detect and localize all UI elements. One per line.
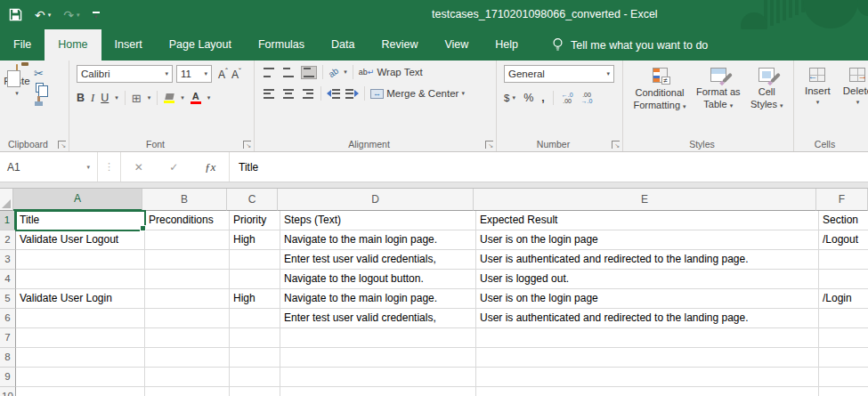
cell-F8[interactable] [819,348,868,368]
fill-color-icon[interactable] [164,93,174,103]
cell-E4[interactable]: User is logged out. [476,270,819,289]
row-header-5[interactable]: 5 [0,289,16,309]
column-header-c[interactable]: C [227,189,278,211]
cell-C7[interactable] [230,328,280,348]
cell-C1[interactable]: Priority [230,211,280,230]
align-center-icon[interactable] [281,88,296,100]
copy-button[interactable]: ▾ [34,83,47,93]
increase-decimal-icon[interactable]: ←.0.00 [562,92,573,104]
cell-B1[interactable]: Preconditions [145,211,230,230]
cell-F4[interactable] [819,270,868,289]
borders-icon[interactable]: ⊞ [132,93,142,104]
cell-F5[interactable]: /Login [819,289,868,309]
bold-button[interactable]: B [77,92,85,104]
align-right-icon[interactable] [301,88,315,100]
undo-button[interactable]: ↶▾ [35,8,51,22]
tab-review[interactable]: Review [368,29,431,61]
cell-A9[interactable] [16,368,145,387]
font-size-combo[interactable]: 11▾ [176,65,212,83]
cell-F2[interactable]: /Logout [819,230,868,250]
comma-button[interactable]: , [541,92,544,104]
number-format-combo[interactable]: General▾ [504,65,614,83]
cell-E3[interactable]: User is authenticated and redirected to … [476,250,819,270]
cell-D7[interactable] [280,328,476,348]
cell-A8[interactable] [16,348,145,368]
undo-dropdown-icon[interactable]: ▾ [48,12,52,19]
cell-D6[interactable]: Enter test user valid credentials, [280,309,476,328]
bottom-align-icon[interactable] [301,66,317,79]
currency-button[interactable]: $ ▾ [504,93,515,103]
cell-C8[interactable] [230,348,280,368]
cell-A7[interactable] [16,328,145,348]
cell-B10[interactable] [145,387,230,396]
cell-F7[interactable] [819,328,868,348]
orientation-icon[interactable]: ab [327,65,340,78]
row-header-8[interactable]: 8 [0,348,16,368]
paste-button[interactable]: Paste ▾ [0,65,34,97]
cell-C9[interactable] [230,368,280,387]
save-icon[interactable] [9,8,22,21]
cell-A4[interactable] [16,270,145,289]
increase-indent-icon[interactable] [345,89,359,99]
cell-B2[interactable] [145,230,230,250]
row-header-1[interactable]: 1 [0,211,16,230]
row-header-4[interactable]: 4 [0,270,16,289]
cell-D2[interactable]: Navigate to the main login page. [280,230,476,250]
row-header-10[interactable]: 10 [0,387,16,396]
cell-F10[interactable] [819,387,868,396]
cell-D8[interactable] [280,348,476,368]
cell-A2[interactable]: Validate User Logout [16,230,145,250]
align-left-icon[interactable] [262,88,276,100]
cell-B3[interactable] [145,250,230,270]
column-header-a[interactable]: A [13,189,142,211]
alignment-dialog-launcher-icon[interactable]: ↘ [485,141,493,149]
percent-button[interactable]: % [523,92,533,104]
cell-D5[interactable]: Navigate to the main login page. [280,289,476,309]
row-header-3[interactable]: 3 [0,250,16,270]
cell-F9[interactable] [819,368,868,387]
clipboard-dialog-launcher-icon[interactable]: ↘ [58,141,66,149]
cell-F6[interactable] [819,309,868,328]
cell-B7[interactable] [145,328,230,348]
name-box[interactable]: A1 ▾ [0,152,98,182]
row-header-6[interactable]: 6 [0,309,16,328]
shrink-font-button[interactable]: A [231,67,241,81]
formula-bar-drag-handle[interactable]: ⋮ [98,152,121,182]
cell-E1[interactable]: Expected Result [476,211,819,230]
column-header-e[interactable]: E [474,189,816,211]
cell-F1[interactable]: Section [819,211,868,230]
enter-icon[interactable]: ✓ [169,161,178,174]
italic-button[interactable]: I [91,92,94,105]
cell-D4[interactable]: Navigate to the logout button. [280,270,476,289]
cell-D9[interactable] [280,368,476,387]
cell-C4[interactable] [230,270,280,289]
cell-C3[interactable] [230,250,280,270]
tab-formulas[interactable]: Formulas [245,29,318,61]
cell-A3[interactable] [16,250,145,270]
cell-E8[interactable] [476,348,819,368]
formula-input[interactable]: Title [230,152,868,182]
cell-B6[interactable] [145,309,230,328]
cell-B5[interactable] [145,289,230,309]
tell-me-box[interactable]: Tell me what you want to do [551,29,708,61]
column-header-b[interactable]: B [142,189,227,211]
cell-D10[interactable] [280,387,476,396]
cell-A6[interactable] [16,309,145,328]
cell-C5[interactable]: High [230,289,280,309]
font-color-icon[interactable]: A [191,92,201,104]
select-all-button[interactable] [0,189,13,211]
cell-E7[interactable] [476,328,819,348]
row-header-7[interactable]: 7 [0,328,16,348]
cell-E9[interactable] [476,368,819,387]
insert-function-icon[interactable]: ƒx [205,160,215,174]
tab-file[interactable]: File [0,29,45,61]
customize-quick-access-icon[interactable]: ▾ [93,12,100,19]
cell-D3[interactable]: Enter test user valid credentials, [280,250,476,270]
cell-F3[interactable] [819,250,868,270]
number-dialog-launcher-icon[interactable]: ↘ [612,141,620,149]
format-painter-icon[interactable] [34,96,44,106]
font-name-combo[interactable]: Calibri▾ [77,65,173,83]
row-header-2[interactable]: 2 [0,230,16,250]
cut-icon[interactable]: ✂ [34,69,44,79]
cell-B9[interactable] [145,368,230,387]
